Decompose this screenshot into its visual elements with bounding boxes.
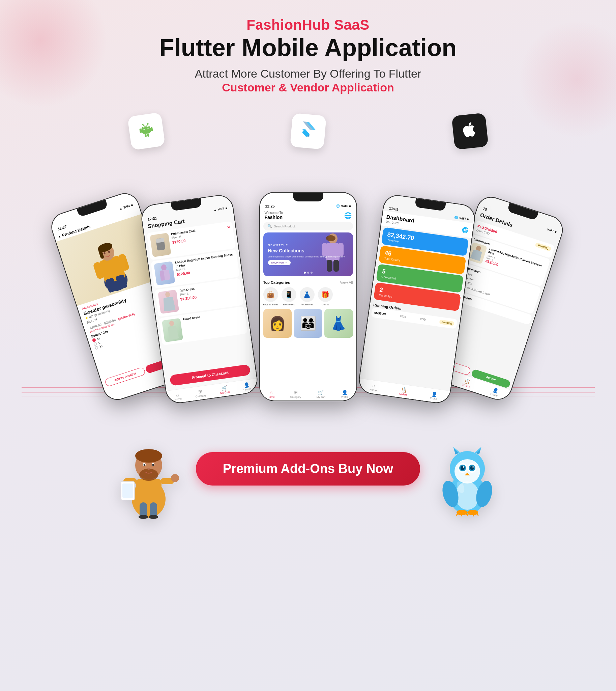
categories-header: Top Categories View All	[263, 280, 353, 285]
home-nav-icon: ⌂	[270, 390, 272, 395]
electronics-label: Electronics	[283, 303, 295, 306]
app-name-label: Fashion	[265, 215, 283, 220]
header-subtitle: FashionHub SaaS	[159, 17, 457, 33]
svg-rect-6	[147, 133, 149, 137]
category-accessories[interactable]: 👗 Accessories	[300, 287, 314, 306]
home-search-bar[interactable]: 🔍 Search Product...	[263, 222, 353, 230]
nav-cart-label: My Cart	[220, 390, 229, 395]
header-desc1: Attract More Customer By Offering To Flu…	[159, 67, 457, 80]
profile-nav-icon: 👤	[342, 390, 348, 395]
order-nav-orders[interactable]: 📋Orders	[461, 377, 472, 388]
home-icon: ⌂	[175, 392, 179, 397]
cart-item-2-details: London Rag High Active Running Shoes In …	[175, 253, 236, 277]
svg-point-57	[152, 464, 154, 466]
flutter-icon-box	[290, 113, 326, 149]
home-bottom-nav: ⌂Home ⊞Category 🛒My cart 👤Profile	[260, 387, 356, 400]
platform-icons-row	[106, 114, 510, 148]
view-all-label[interactable]: View All	[340, 280, 353, 285]
running-order-id: 0N55OO	[374, 311, 387, 316]
radio-l[interactable]	[93, 342, 97, 346]
banner-shop-now[interactable]: SHOP NOW →	[268, 260, 291, 265]
svg-line-93	[473, 513, 474, 516]
cart-item-3-details: Trim Dress Size : L $1,250.00	[179, 281, 239, 301]
bags-shoes-label: Bags & Shoes	[263, 303, 278, 306]
phone-screen-home: 12:25 🌐WiFi■ Welcome To Fashion 🌐 🔍	[260, 193, 356, 400]
dash-title-area: Dashboard Dec 2023	[386, 214, 415, 227]
nav-category-label: Category	[195, 394, 206, 398]
nav-profile-home[interactable]: 👤Profile	[341, 390, 349, 398]
bottom-section: Premium Add-Ons Buy Now	[0, 418, 616, 519]
home-banner: NEWSTYLE New Collections Lorem Ipsum is …	[263, 232, 353, 276]
home-time: 12:25	[265, 204, 275, 208]
nav-home[interactable]: ⌂Home	[173, 391, 182, 401]
add-to-wishlist-button[interactable]: Add To Wishlist	[104, 367, 146, 388]
cart-item-4-image	[161, 318, 183, 342]
back-arrow-icon[interactable]: ‹	[58, 234, 61, 239]
banner-tag: NEWSTYLE	[268, 244, 345, 247]
svg-rect-50	[136, 479, 161, 506]
order-nav-profile[interactable]: 👤Profile	[490, 387, 500, 397]
dash-orders-icon: 📋	[400, 387, 407, 393]
search-icon: 🔍	[267, 224, 272, 228]
dash-nav-home[interactable]: ⌂Home	[369, 382, 378, 392]
svg-point-53	[139, 469, 158, 481]
home-status-bar: 12:25 🌐WiFi■	[260, 202, 356, 210]
search-placeholder-text: Search Product...	[274, 225, 298, 228]
svg-rect-5	[144, 133, 147, 137]
home-welcome-text: Welcome To Fashion	[265, 211, 283, 220]
cart-item-3-image	[157, 290, 179, 314]
my-cart-label: My cart	[316, 395, 325, 398]
radio-xl[interactable]	[94, 346, 99, 350]
category-icon: ⊞	[198, 389, 203, 394]
gifts-label: Gifts &	[322, 303, 329, 306]
order-time: 12	[482, 207, 487, 212]
svg-point-82	[472, 466, 474, 468]
gifts-icon: 🎁	[318, 287, 333, 302]
product-card-1[interactable]: 👩	[263, 309, 292, 338]
category-bags-shoes[interactable]: 👜 Bags & Shoes	[263, 287, 278, 306]
radio-m[interactable]	[92, 338, 96, 342]
bags-shoes-icon: 👜	[263, 287, 278, 302]
svg-line-90	[461, 513, 462, 516]
dash-globe-icon: 🌐	[461, 226, 469, 233]
dash-time: 11:09	[389, 206, 398, 212]
svg-rect-3	[139, 129, 141, 133]
apple-icon-box	[452, 113, 488, 150]
svg-point-56	[143, 464, 145, 466]
svg-point-10	[147, 123, 149, 125]
product-card-1-image: 👩	[263, 309, 292, 338]
nav-mycart[interactable]: 🛒My Cart	[219, 385, 229, 395]
svg-point-66	[138, 515, 148, 519]
nav-profile[interactable]: 👤Profile	[242, 382, 251, 391]
product-card-2[interactable]: 👨‍👩‍👧	[294, 309, 322, 338]
dash-home-icon: ⌂	[372, 383, 376, 389]
top-categories-label: Top Categories	[263, 280, 290, 285]
accessories-label: Accessories	[301, 303, 313, 306]
category-electronics[interactable]: 📱 Electronics	[282, 287, 296, 306]
dash-nav-orders[interactable]: 📋Orders	[399, 386, 408, 396]
cart-item-1-remove[interactable]: ×	[226, 224, 230, 230]
header-desc2: Customer & Vendor Application	[159, 81, 457, 94]
nav-cart-home[interactable]: 🛒My cart	[316, 390, 325, 398]
cart-item-1-image	[150, 233, 171, 257]
dash-bottom-nav: ⌂Home 📋Orders 👤Profile	[358, 378, 450, 404]
home-label: Home	[267, 395, 274, 398]
accessories-icon: 👗	[300, 287, 314, 302]
header-section: FashionHub SaaS Flutter Mobile Applicati…	[159, 17, 457, 94]
product-card-3[interactable]: 👗	[324, 309, 353, 338]
dash-status-icons: 🌐WiFi■	[454, 216, 469, 221]
cart-icon: 🛒	[221, 385, 227, 391]
running-order-date: 2023	[399, 315, 406, 318]
category-label: Category	[290, 395, 301, 398]
premium-addons-button[interactable]: Premium Add-Ons Buy Now	[196, 452, 420, 485]
nav-home-active[interactable]: ⌂Home	[267, 390, 274, 398]
nav-category[interactable]: ⊞Category	[194, 388, 206, 398]
svg-point-74	[455, 459, 480, 483]
dash-nav-profile[interactable]: 👤Profile	[430, 391, 438, 400]
nav-category-home[interactable]: ⊞Category	[290, 390, 301, 398]
categories-grid: 👜 Bags & Shoes 📱 Electronics 👗 Accessori…	[263, 287, 353, 306]
category-gifts[interactable]: 🎁 Gifts &	[318, 287, 333, 306]
phone-home-welcome: 12:25 🌐WiFi■ Welcome To Fashion 🌐 🔍	[259, 192, 357, 401]
dash-profile-icon: 👤	[431, 391, 437, 397]
svg-point-40	[169, 320, 174, 326]
